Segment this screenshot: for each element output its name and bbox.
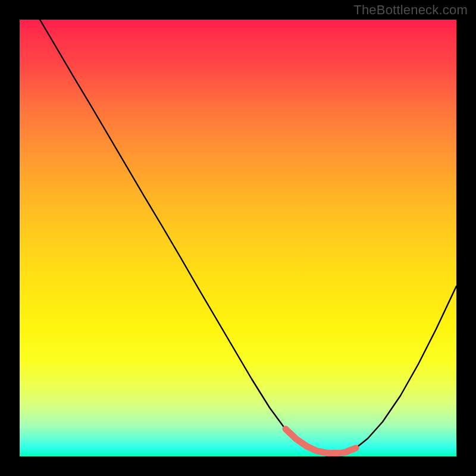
- plot-area: [20, 20, 456, 456]
- chart-frame: TheBottleneck.com: [0, 0, 476, 476]
- curve-svg: [20, 20, 456, 456]
- bottleneck-curve: [40, 20, 456, 453]
- watermark-text: TheBottleneck.com: [353, 2, 468, 18]
- optimum-band: [286, 429, 356, 453]
